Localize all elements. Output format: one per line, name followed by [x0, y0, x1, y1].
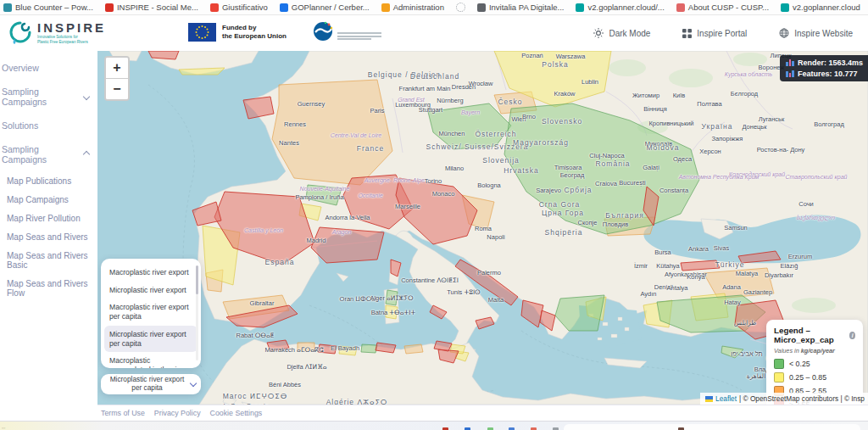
favicon-icon — [781, 3, 789, 12]
eu-funding-logo: Funded by the European Union — [188, 23, 287, 42]
eu-funding-2: the European Union — [222, 32, 287, 40]
app-header: INSPIRE Innovative Solutions for Plastic… — [0, 15, 868, 52]
bookmark-label: Administration — [393, 3, 444, 12]
bookmark-label: About CUSP - CUSP... — [688, 3, 769, 12]
bookmark-item[interactable] — [456, 3, 465, 12]
layer-list-panel: Macroplastic river exportMicroplastic ri… — [101, 259, 201, 368]
sidebar-item-map-seas-and-rivers[interactable]: Map Seas and Rivers — [0, 227, 97, 246]
sidebar-item-sampling-campaigns[interactable]: Sampling Campaigns — [0, 137, 97, 171]
features-count: Features: 10.777 — [798, 70, 858, 78]
layer-option[interactable]: Microplastic river export — [104, 282, 198, 299]
render-icon — [786, 59, 794, 66]
sidebar-item-label: Solutions — [2, 120, 38, 131]
bookmark-item[interactable]: Administration — [381, 3, 444, 12]
bookmark-item[interactable]: GOPlanner / Cerber... — [280, 3, 370, 12]
ukraine-flag-icon — [705, 396, 713, 402]
features-icon — [786, 70, 794, 77]
layer-dropdown[interactable]: Microplastic river export per capita — [101, 374, 201, 394]
bookmark-item[interactable]: About CUSP - CUSP... — [676, 3, 769, 12]
sidebar-item-label: Map Seas and Rivers — [7, 232, 88, 242]
bookmark-label: Invitalia PA Digitale... — [489, 3, 565, 12]
header-actions: Dark ModeInspire PortalInspire Website — [593, 15, 853, 51]
logo-title: INSPIRE — [37, 20, 106, 35]
footer-link-cookie-settings[interactable]: Cookie Settings — [210, 409, 263, 417]
favicon-icon — [210, 3, 219, 12]
footer-link-terms-of-use[interactable]: Terms of Use — [101, 409, 145, 417]
sidebar-item-map-campaigns[interactable]: Map Campaigns — [0, 190, 97, 209]
favicon-icon — [105, 3, 114, 12]
favicon-icon — [676, 3, 685, 12]
leaflet-map[interactable]: GuernseyRennesNantesParisFranceCentre-Va… — [97, 51, 868, 405]
zoom-in-button[interactable]: + — [106, 58, 128, 79]
header-action-label: Inspire Portal — [697, 29, 747, 38]
sidebar-item-solutions[interactable]: Solutions — [0, 114, 97, 137]
bookmark-item[interactable]: Invitalia PA Digitale... — [477, 3, 565, 12]
layer-option[interactable]: Macroplastic accumulated in the river — [104, 352, 198, 368]
layer-option[interactable]: Macroplastic river export per capita — [104, 299, 198, 325]
spinner-icon — [456, 3, 465, 12]
favicon-icon — [576, 3, 584, 12]
favicon-icon — [3, 3, 12, 12]
bookmark-item[interactable]: v2.goplanner.cloud/... — [576, 3, 664, 12]
bookmark-label: Blue Counter – Pow... — [15, 3, 93, 12]
layer-list-scroll-thumb[interactable] — [196, 265, 198, 294]
sidebar-item-label: Sampling Campaigns — [2, 87, 84, 107]
favicon-icon — [477, 3, 486, 12]
map-canvas — [97, 51, 868, 405]
map-zoom-control: + − — [104, 56, 130, 101]
footer: Terms of UsePrivacy PolicyCookie Setting… — [97, 405, 868, 421]
legend-subtitle: Values in kg/cap/year — [774, 347, 855, 355]
legend-title: Legend – Micro_exp_cap — [774, 326, 849, 344]
sidebar-item-map-seas-and-rivers-flow[interactable]: Map Seas and Rivers Flow — [0, 274, 97, 302]
chevron-up-icon — [83, 151, 90, 158]
layer-option[interactable]: Microplastic river export per capita — [104, 326, 198, 352]
header-action-inspire-website[interactable]: Inspire Website — [779, 28, 853, 38]
header-action-label: Inspire Website — [794, 29, 853, 38]
logo-tagline-2: Plastic Free European Rivers — [37, 40, 88, 44]
bookmark-label: v2.goplanner.cloud/... — [587, 3, 664, 12]
layer-option[interactable]: Macroplastic river export — [104, 264, 198, 282]
footer-link-privacy-policy[interactable]: Privacy Policy — [154, 409, 201, 417]
legend-item: 0.25 – 0.85 — [774, 372, 855, 383]
sidebar-item-label: Map Publications — [7, 176, 71, 186]
ocean-decade-icon — [312, 20, 334, 42]
sidebar-item-label: Map Seas and Rivers Basic — [7, 251, 94, 270]
sidebar-item-map-river-pollution[interactable]: Map River Pollution — [0, 209, 97, 227]
sidebar-item-map-publications[interactable]: Map Publications — [0, 171, 97, 190]
legend-label: 0.25 – 0.85 — [789, 373, 826, 382]
sidebar-item-sampling-campaigns[interactable]: Sampling Campaigns — [0, 80, 97, 114]
sidebar-item-label: Map Campaigns — [7, 195, 69, 204]
sidebar-item-label: Map Seas and Rivers Flow — [7, 279, 94, 298]
legend-swatch — [774, 359, 784, 369]
leaflet-link[interactable]: Leaflet — [715, 394, 737, 403]
bookmark-label: Giustificativo — [222, 3, 268, 12]
legend-label: < 0.25 — [789, 360, 810, 368]
bookmark-item[interactable]: v2.goplanner.cloud — [781, 3, 860, 12]
sidebar-item-map-seas-and-rivers-basic[interactable]: Map Seas and Rivers Basic — [0, 246, 97, 274]
sidebar-item-label: Overview — [2, 63, 39, 73]
header-action-dark-mode[interactable]: Dark Mode — [593, 28, 650, 38]
bookmark-list: Blue Counter – Pow...INSPIRE - Social Me… — [3, 3, 868, 12]
header-action-inspire-portal[interactable]: Inspire Portal — [682, 29, 747, 38]
info-icon[interactable]: i — [849, 332, 855, 339]
background-window-strip: :::: — [0, 421, 868, 430]
app-window: Blue Counter – Pow...INSPIRE - Social Me… — [0, 0, 868, 430]
legend-item: < 0.25 — [774, 359, 855, 369]
chevron-down-icon — [190, 379, 197, 386]
bookmark-item[interactable]: Blue Counter – Pow... — [3, 3, 93, 12]
chevron-down-icon — [83, 93, 90, 100]
map-attribution: Leaflet | © OpenStreetMap contributors |… — [700, 393, 868, 405]
bookmark-label: GOPlanner / Cerber... — [292, 3, 370, 12]
inspire-logo[interactable]: INSPIRE Innovative Solutions for Plastic… — [8, 20, 106, 44]
layer-dropdown-value: Microplastic river export per capita — [106, 376, 188, 392]
sidebar-item-label: Sampling Campaigns — [2, 144, 84, 165]
attribution-text: | © OpenStreetMap contributors | © Insp — [739, 394, 865, 403]
sidebar-item-overview[interactable]: Overview — [0, 56, 97, 80]
legend-panel: Legend – Micro_exp_cap i Values in kg/ca… — [766, 320, 863, 405]
bookmark-item[interactable]: Giustificativo — [210, 3, 268, 12]
favicon-icon — [381, 3, 390, 12]
sidebar-nav: OverviewSampling CampaignsSolutionsSampl… — [0, 51, 97, 421]
bookmark-item[interactable]: INSPIRE - Social Me... — [105, 3, 198, 12]
render-stats-badge: Render: 1563.4ms Features: 10.777 — [780, 55, 868, 81]
zoom-out-button[interactable]: − — [106, 79, 128, 99]
